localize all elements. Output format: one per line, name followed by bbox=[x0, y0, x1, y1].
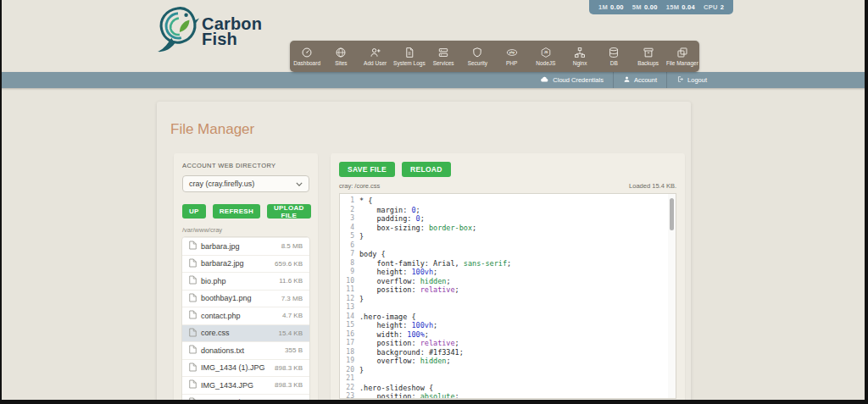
file-size: 4.7 KB bbox=[282, 312, 303, 319]
editor-scrollbar-thumb[interactable] bbox=[670, 198, 674, 230]
file-row[interactable]: IMG_1434.JPG 898.3 KB bbox=[182, 376, 309, 394]
save-file-button[interactable]: SAVE FILE bbox=[339, 162, 395, 177]
logout-link[interactable]: Logout bbox=[666, 72, 716, 88]
file-manager-icon bbox=[676, 47, 688, 58]
file-icon bbox=[189, 397, 197, 404]
carbonfish-logo[interactable]: Carbon Fish bbox=[155, 5, 262, 58]
nav-item-services[interactable]: Services bbox=[426, 41, 460, 72]
file-name: barbara.jpg bbox=[201, 242, 240, 251]
nav-item-nodejs[interactable]: NodeJS bbox=[529, 41, 563, 72]
person-icon bbox=[623, 75, 631, 85]
refresh-button[interactable]: REFRESH bbox=[213, 204, 260, 219]
file-name: bio.php bbox=[201, 277, 226, 285]
open-file-path: cray: /core.css bbox=[339, 182, 380, 190]
utility-bar: Cloud Credentials Account Logout bbox=[0, 72, 868, 88]
file-icon bbox=[189, 275, 197, 286]
file-row[interactable]: IMG_1703.jpg 501.0 KB bbox=[182, 394, 309, 404]
file-icon bbox=[189, 241, 197, 252]
database-icon bbox=[608, 47, 620, 58]
file-row[interactable]: core.css 15.4 KB bbox=[182, 324, 309, 342]
nav-item-backups[interactable]: Backups bbox=[632, 41, 665, 72]
system-logs-icon bbox=[403, 47, 415, 58]
file-icon bbox=[189, 362, 197, 374]
nav-item-system-logs[interactable]: System Logs bbox=[392, 41, 426, 72]
file-size: 7.3 MB bbox=[281, 295, 303, 302]
file-name: contact.php bbox=[201, 312, 241, 320]
archive-icon bbox=[643, 47, 654, 58]
nav-item-db[interactable]: DB bbox=[597, 41, 631, 72]
loaded-size-info: Loaded 15.4 KB. bbox=[629, 182, 676, 190]
cloud-icon bbox=[540, 75, 549, 86]
file-name: IMG_1434.JPG bbox=[201, 381, 253, 390]
current-path: /var/www/cray bbox=[182, 226, 309, 234]
file-name: donations.txt bbox=[201, 346, 244, 355]
file-row[interactable]: contact.php 4.7 KB bbox=[182, 307, 309, 324]
file-icon bbox=[189, 310, 197, 321]
nav-item-nginx[interactable]: Nginx bbox=[563, 41, 597, 72]
code-lines: 1* {2 margin: 0;3 padding: 0;4 box-sizin… bbox=[340, 196, 676, 399]
nav-item-add-user[interactable]: Add User bbox=[359, 41, 392, 72]
file-name: IMG_1703.jpg bbox=[201, 398, 249, 404]
chevron-down-icon bbox=[296, 180, 303, 188]
file-row[interactable]: IMG_1434 (1).JPG 898.3 KB bbox=[182, 359, 309, 377]
up-button[interactable]: UP bbox=[182, 204, 206, 219]
nav-item-security[interactable]: Security bbox=[460, 41, 494, 72]
nav-item-file-manager[interactable]: File Manager bbox=[665, 41, 699, 72]
editor-panel: SAVE FILE RELOAD cray: /core.css Loaded … bbox=[331, 153, 685, 404]
server-icon bbox=[437, 47, 449, 58]
load-15m: 15M0.04 bbox=[666, 3, 695, 11]
file-row[interactable]: barbara2.jpg 659.6 KB bbox=[182, 255, 309, 273]
file-size: 659.6 KB bbox=[275, 260, 303, 268]
file-list: barbara.jpg 8.5 MB barbara2.jpg 659.6 KB… bbox=[182, 237, 309, 404]
file-size: 501.0 KB bbox=[275, 399, 303, 404]
file-icon bbox=[189, 379, 197, 390]
reload-button[interactable]: RELOAD bbox=[402, 162, 451, 177]
file-size: 11.6 KB bbox=[279, 277, 303, 285]
file-size: 8.5 MB bbox=[281, 242, 303, 250]
file-row[interactable]: bio.php 11.6 KB bbox=[182, 272, 309, 290]
directory-panel-label: ACCOUNT WEB DIRECTORY bbox=[182, 162, 309, 169]
file-size: 898.3 KB bbox=[275, 364, 303, 372]
file-row[interactable]: donations.txt 355 B bbox=[182, 341, 309, 359]
logout-icon bbox=[676, 75, 684, 85]
upload-file-button[interactable]: UPLOAD FILE bbox=[267, 204, 311, 219]
shield-icon bbox=[471, 47, 483, 58]
file-name: IMG_1434 (1).JPG bbox=[201, 363, 265, 372]
load-average-badge: 1M0.00 5M0.00 15M0.04 CPU2 bbox=[589, 0, 733, 14]
file-size: 898.3 KB bbox=[275, 381, 303, 389]
load-5m: 5M0.00 bbox=[632, 3, 658, 11]
file-icon bbox=[189, 345, 197, 356]
file-icon bbox=[189, 328, 197, 339]
nav-item-php[interactable]: PHP bbox=[495, 41, 529, 72]
file-name: barbara2.jpg bbox=[201, 259, 244, 268]
fish-logo-icon bbox=[155, 5, 199, 58]
file-row[interactable]: boothbay1.png 7.3 MB bbox=[182, 290, 309, 307]
code-editor[interactable]: 1* {2 margin: 0;3 padding: 0;4 box-sizin… bbox=[339, 193, 676, 399]
file-row[interactable]: barbara.jpg 8.5 MB bbox=[182, 237, 309, 255]
sitemap-icon bbox=[574, 47, 586, 58]
dashboard-icon bbox=[301, 47, 313, 58]
nav-item-sites[interactable]: Sites bbox=[324, 41, 358, 72]
account-link[interactable]: Account bbox=[613, 72, 666, 88]
file-name: boothbay1.png bbox=[201, 294, 252, 302]
nodejs-icon bbox=[540, 47, 552, 58]
directory-select[interactable]: cray (cray.firefly.us) bbox=[182, 175, 309, 192]
directory-panel: ACCOUNT WEB DIRECTORY cray (cray.firefly… bbox=[174, 153, 318, 404]
file-icon bbox=[189, 293, 197, 304]
main-navbar: Dashboard Sites Add User System Logs Ser… bbox=[290, 41, 699, 72]
nav-item-dashboard[interactable]: Dashboard bbox=[290, 41, 324, 72]
directory-select-value: cray (cray.firefly.us) bbox=[189, 180, 254, 188]
brand-name: Carbon Fish bbox=[202, 16, 262, 47]
page-title: File Manager bbox=[170, 121, 254, 138]
main-card: File Manager ACCOUNT WEB DIRECTORY cray … bbox=[157, 102, 691, 404]
file-name: core.css bbox=[201, 329, 230, 337]
load-1m: 1M0.00 bbox=[598, 3, 624, 11]
cloud-credentials-link[interactable]: Cloud Credentials bbox=[531, 72, 613, 88]
file-size: 15.4 KB bbox=[279, 329, 303, 337]
add-user-icon bbox=[370, 47, 381, 58]
php-icon bbox=[506, 47, 518, 58]
globe-icon bbox=[335, 47, 347, 58]
cpu-count: CPU2 bbox=[704, 3, 724, 11]
file-icon bbox=[189, 258, 197, 269]
file-size: 355 B bbox=[285, 346, 303, 354]
